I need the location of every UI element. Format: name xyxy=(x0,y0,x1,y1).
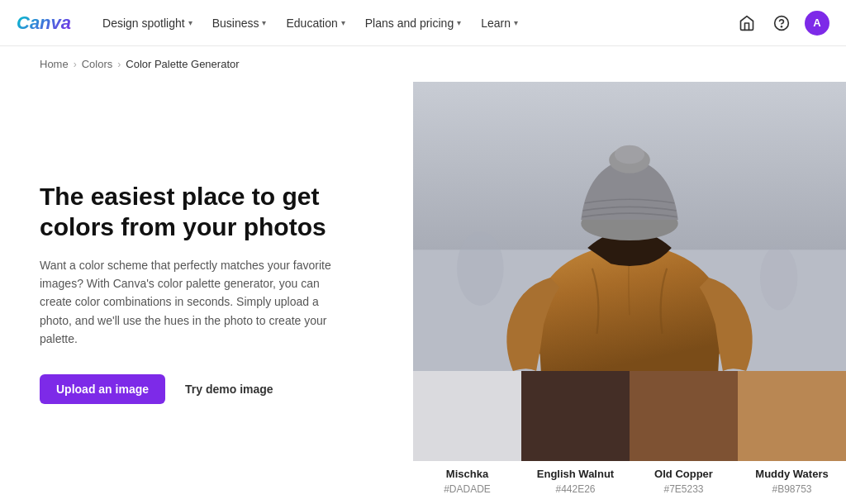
swatch-name: Old Copper xyxy=(630,461,738,483)
color-swatch: Old Copper #7E5233 xyxy=(630,371,738,503)
breadcrumb-sep-1: › xyxy=(74,59,77,70)
swatch-color-block[interactable] xyxy=(413,371,521,461)
swatch-hex: #7E5233 xyxy=(630,483,738,503)
nav-item-business[interactable]: Business ▾ xyxy=(204,12,275,35)
chevron-down-icon: ▾ xyxy=(188,18,192,27)
chevron-down-icon: ▾ xyxy=(341,18,345,27)
swatch-hex: #DADADE xyxy=(413,483,521,503)
color-swatch: English Walnut #442E26 xyxy=(521,371,630,503)
canva-logo[interactable]: Canva xyxy=(17,12,71,34)
try-demo-button[interactable]: Try demo image xyxy=(178,374,280,404)
demo-image xyxy=(413,82,846,371)
color-swatch: Mischka #DADADE xyxy=(413,371,521,503)
photo-container xyxy=(413,82,846,371)
swatch-hex: #442E26 xyxy=(521,483,630,503)
navbar: Canva Design spotlight ▾ Business ▾ Educ… xyxy=(0,0,846,46)
hero-title: The easiest place to get colors from you… xyxy=(40,181,373,243)
color-swatches: Mischka #DADADE English Walnut #442E26 O… xyxy=(413,371,846,503)
breadcrumb-current: Color Palette Generator xyxy=(126,58,239,70)
swatch-name: Muddy Waters xyxy=(738,461,846,483)
nav-item-label: Learn xyxy=(481,17,511,30)
nav-items: Design spotlight ▾ Business ▾ Education … xyxy=(94,12,735,35)
nav-item-label: Design spotlight xyxy=(102,17,185,30)
color-swatch: Muddy Waters #B98753 xyxy=(738,371,846,503)
upload-image-button[interactable]: Upload an image xyxy=(40,374,165,404)
nav-item-label: Education xyxy=(286,17,337,30)
nav-item-design-spotlight[interactable]: Design spotlight ▾ xyxy=(94,12,201,35)
nav-item-label: Plans and pricing xyxy=(365,17,454,30)
svg-point-9 xyxy=(457,231,503,306)
help-icon[interactable] xyxy=(770,12,793,35)
home-icon[interactable] xyxy=(735,12,758,35)
chevron-down-icon: ▾ xyxy=(262,18,266,27)
swatch-name: English Walnut xyxy=(521,461,630,483)
svg-point-10 xyxy=(760,245,797,311)
swatch-hex: #B98753 xyxy=(738,483,846,503)
nav-item-label: Business xyxy=(212,17,259,30)
breadcrumb-sep-2: › xyxy=(117,59,121,70)
chevron-down-icon: ▾ xyxy=(514,18,518,27)
nav-item-learn[interactable]: Learn ▾ xyxy=(473,12,526,35)
cta-buttons: Upload an image Try demo image xyxy=(40,374,373,404)
swatch-color-block[interactable] xyxy=(521,371,630,461)
chevron-down-icon: ▾ xyxy=(457,18,461,27)
svg-point-8 xyxy=(615,145,644,164)
breadcrumb-colors[interactable]: Colors xyxy=(82,58,113,70)
swatch-color-block[interactable] xyxy=(738,371,846,461)
breadcrumb-home[interactable]: Home xyxy=(40,58,69,70)
main-content: The easiest place to get colors from you… xyxy=(0,82,846,503)
left-panel: The easiest place to get colors from you… xyxy=(0,82,413,503)
nav-item-plans-pricing[interactable]: Plans and pricing ▾ xyxy=(357,12,469,35)
breadcrumb: Home › Colors › Color Palette Generator xyxy=(0,46,846,82)
swatch-name: Mischka xyxy=(413,461,521,483)
swatch-color-block[interactable] xyxy=(630,371,738,461)
avatar-icon[interactable]: A xyxy=(805,11,829,36)
hero-description: Want a color scheme that perfectly match… xyxy=(40,256,337,349)
right-panel: Mischka #DADADE English Walnut #442E26 O… xyxy=(413,82,846,503)
nav-item-education[interactable]: Education ▾ xyxy=(278,12,353,35)
nav-right: A xyxy=(735,11,829,36)
